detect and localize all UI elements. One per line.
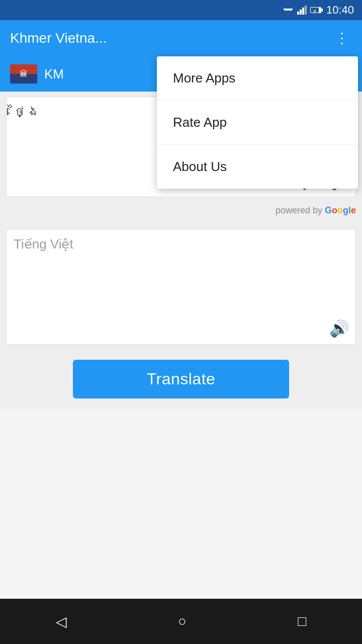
menu-item-more-apps[interactable]: More Apps — [157, 56, 358, 101]
menu-item-about-us[interactable]: About Us — [157, 145, 358, 189]
menu-item-rate-app[interactable]: Rate App — [157, 101, 358, 145]
dropdown-menu: More Apps Rate App About Us — [157, 56, 358, 189]
dropdown-overlay[interactable]: More Apps Rate App About Us — [0, 0, 362, 644]
